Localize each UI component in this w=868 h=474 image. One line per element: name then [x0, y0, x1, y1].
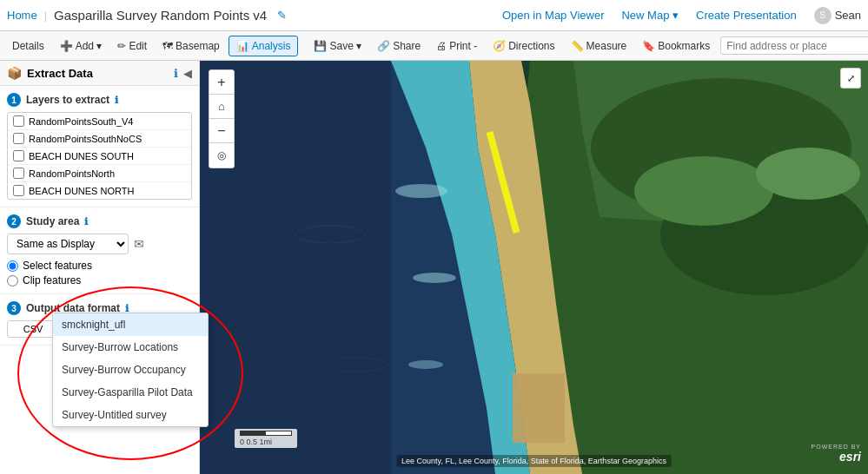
- esri-logo: POWERED BY esri: [812, 444, 861, 467]
- svg-rect-12: [487, 131, 520, 234]
- directions-button[interactable]: 🧭 Directions: [486, 36, 561, 56]
- svg-point-7: [634, 156, 773, 226]
- map-title: Gasparilla Survey Random Points v4: [54, 8, 267, 23]
- bookmarks-button[interactable]: 🔖 Bookmarks: [635, 36, 717, 56]
- locate-button[interactable]: ◎: [209, 143, 234, 168]
- add-button[interactable]: ➕ Add ▾: [53, 36, 109, 56]
- svg-marker-9: [469, 61, 582, 474]
- svg-point-6: [660, 174, 868, 295]
- search-box: 🔍: [720, 36, 868, 55]
- svg-point-15: [408, 360, 443, 369]
- avatar: S: [814, 7, 832, 24]
- layer-checkbox-3[interactable]: [13, 168, 24, 179]
- share-button[interactable]: 🔗 Share: [370, 36, 427, 56]
- measure-button[interactable]: 📏 Measure: [564, 36, 634, 56]
- section3-num: 3: [7, 301, 21, 315]
- section1-num: 1: [7, 93, 21, 107]
- section2-info-icon[interactable]: ℹ: [84, 216, 88, 227]
- list-item: RandomPointsNorth: [8, 165, 191, 182]
- toolbar: Details ➕ Add ▾ ✏ Edit 🗺 Basemap 📊 Analy…: [0, 31, 868, 61]
- map-controls: + ⌂ − ◎: [209, 69, 235, 168]
- layer-checkbox-1[interactable]: [13, 133, 24, 144]
- dropdown-item-2[interactable]: Survey-Burrow Occupancy: [53, 359, 208, 381]
- dropdown-item-4[interactable]: Survey-Untitled survey: [53, 404, 208, 426]
- svg-marker-4: [573, 61, 868, 234]
- add-icon: ➕: [60, 40, 73, 52]
- pencil-icon: ✏: [117, 40, 126, 52]
- svg-point-14: [413, 273, 456, 283]
- svg-marker-10: [391, 61, 530, 474]
- svg-marker-3: [513, 61, 868, 474]
- basemap-icon: 🗺: [162, 40, 173, 52]
- section2-label: 2 Study area ℹ: [7, 214, 192, 228]
- details-button[interactable]: Details: [5, 36, 51, 56]
- user-menu[interactable]: S Sean: [814, 7, 861, 24]
- topbar: Home | Gasparilla Survey Random Points v…: [0, 0, 868, 31]
- radio-group: Select features Clip features: [7, 260, 192, 286]
- dropdown-overlay: smcknight_ufl Survey-Burrow Locations Su…: [52, 313, 209, 427]
- new-map-button[interactable]: New Map ▾: [621, 9, 679, 22]
- extract-data-icon: 📦: [7, 66, 22, 80]
- svg-rect-2: [504, 61, 868, 278]
- main-area: 📦 Extract Data ℹ ◀ 1 Layers to extract ℹ…: [0, 61, 868, 474]
- dropdown-item-3[interactable]: Survey-Gasparilla Pilot Data: [53, 381, 208, 404]
- home-button[interactable]: Home: [7, 9, 37, 22]
- left-panel: 📦 Extract Data ℹ ◀ 1 Layers to extract ℹ…: [0, 61, 200, 474]
- radio-select-features[interactable]: Select features: [7, 260, 192, 272]
- directions-icon: 🧭: [493, 40, 506, 52]
- fullscreen-button[interactable]: ⤢: [840, 68, 861, 89]
- envelope-icon[interactable]: ✉: [134, 237, 144, 251]
- section1-info-icon[interactable]: ℹ: [115, 95, 118, 106]
- svg-point-5: [591, 78, 851, 217]
- home-extent-button[interactable]: ⌂: [209, 95, 234, 119]
- share-icon: 🔗: [377, 40, 390, 52]
- svg-point-13: [395, 184, 447, 198]
- create-presentation-button[interactable]: Create Presentation: [696, 9, 797, 22]
- section1-label: 1 Layers to extract ℹ: [7, 93, 192, 107]
- svg-rect-1: [200, 61, 504, 474]
- panel-close-icon[interactable]: ◀: [183, 67, 192, 80]
- print-icon: 🖨: [436, 40, 447, 52]
- print-button[interactable]: 🖨 Print -: [429, 36, 484, 56]
- map-area[interactable]: + ⌂ − ◎ ⤢ 0 0.5 1mi Lee County, FL, Lee …: [200, 61, 868, 474]
- svg-rect-0: [200, 61, 868, 474]
- layer-checkbox-4[interactable]: [13, 185, 24, 196]
- list-item: BEACH DUNES NORTH: [8, 182, 191, 199]
- measure-icon: 📏: [571, 40, 584, 52]
- layer-checkbox-2[interactable]: [13, 150, 24, 161]
- edit-button[interactable]: ✏ Edit: [110, 36, 154, 56]
- save-icon: 💾: [314, 40, 327, 52]
- study-area-select[interactable]: Same as Display Custom Area: [7, 234, 129, 254]
- svg-point-18: [326, 358, 387, 372]
- scale-bar: 0 0.5 1mi: [235, 429, 297, 448]
- username-label: Sean: [835, 9, 861, 22]
- svg-point-8: [756, 148, 860, 200]
- map-attribution-text: Lee County, FL, Lee County, Florida, Sta…: [396, 455, 672, 467]
- svg-point-17: [295, 226, 365, 243]
- svg-rect-16: [513, 373, 565, 443]
- open-map-viewer-button[interactable]: Open in Map Viewer: [502, 9, 605, 22]
- basemap-button[interactable]: 🗺 Basemap: [156, 36, 227, 56]
- dropdown-item-1[interactable]: Survey-Burrow Locations: [53, 336, 208, 359]
- list-item: RandomPointsSouth_V4: [8, 113, 191, 130]
- panel-title: Extract Data: [27, 67, 169, 80]
- panel-header: 📦 Extract Data ℹ ◀: [0, 61, 199, 86]
- list-item: BEACH DUNES SOUTH: [8, 148, 191, 165]
- panel-info-icon[interactable]: ℹ: [174, 67, 178, 80]
- save-button[interactable]: 💾 Save ▾: [307, 36, 368, 56]
- search-input[interactable]: [726, 40, 865, 52]
- zoom-out-button[interactable]: −: [209, 119, 234, 143]
- analysis-icon: 📊: [236, 40, 249, 52]
- map-svg: [200, 61, 868, 474]
- radio-clip-features[interactable]: Clip features: [7, 274, 192, 286]
- section-output-format: 3 Output data format ℹ CSV Gasparilla sm…: [0, 294, 199, 346]
- study-row: Same as Display Custom Area ✉: [7, 234, 192, 254]
- dropdown-item-0[interactable]: smcknight_ufl: [53, 313, 208, 336]
- analysis-button[interactable]: 📊 Analysis: [229, 36, 299, 56]
- section2-num: 2: [7, 214, 21, 228]
- list-item: RandomPointsSouthNoCS: [8, 130, 191, 148]
- edit-title-icon[interactable]: ✎: [277, 9, 287, 22]
- zoom-in-button[interactable]: +: [209, 70, 234, 95]
- topbar-divider: |: [44, 9, 47, 22]
- layer-checkbox-0[interactable]: [13, 115, 24, 127]
